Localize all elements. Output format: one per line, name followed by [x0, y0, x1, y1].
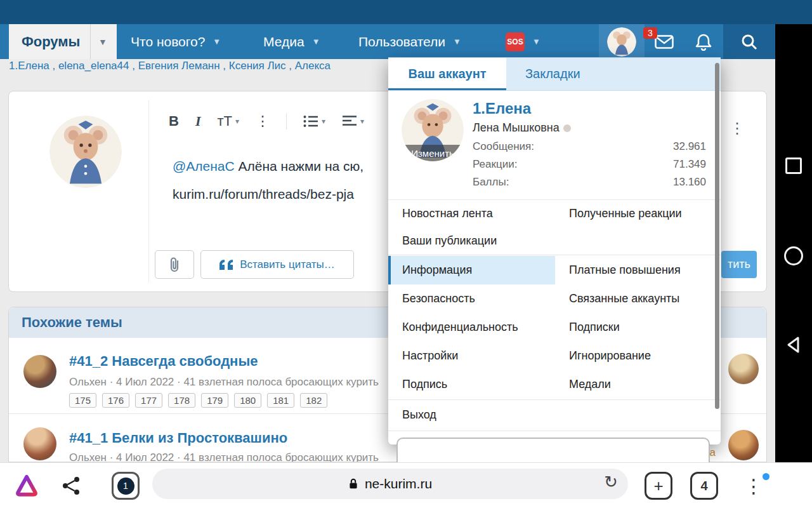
avatar[interactable]: [49, 116, 122, 188]
user-mention[interactable]: @АленаС: [173, 159, 235, 173]
browser-toolbar: 1 ne-kurim.ru ↻ + 4 ⋮: [0, 462, 812, 508]
menu-item-news-feed[interactable]: Новостная лента: [388, 199, 555, 228]
menu-item-privacy[interactable]: Конфиденциальность: [388, 313, 555, 342]
list-button[interactable]: ▾: [303, 115, 325, 128]
bold-button[interactable]: B: [169, 113, 179, 130]
search-button[interactable]: [723, 24, 775, 59]
menu-item-information[interactable]: Информация: [388, 256, 555, 284]
tab-bookmarks[interactable]: Закладки: [506, 58, 599, 90]
stat-value: 71.349: [673, 158, 706, 171]
chevron-down-icon: ▾: [360, 117, 364, 126]
menu-item-signature[interactable]: Подпись: [388, 370, 555, 399]
thread-title[interactable]: #41_1 Белки из Простоквашино: [69, 430, 287, 446]
stat-label: Баллы:: [473, 176, 509, 189]
nav-item-media[interactable]: Медиа ▼: [263, 24, 320, 59]
online-users-list[interactable]: 1.Елена , elena_elena44 , Евгения Леманн…: [9, 60, 331, 72]
align-button[interactable]: ▾: [342, 115, 364, 128]
menu-row: Новостная лента Полученные реакции: [388, 199, 721, 228]
nav-tab-forums[interactable]: Форумы ▼: [9, 24, 117, 59]
editor-line-2: kurim.ru/forum/threads/bez-pja: [173, 180, 363, 208]
thread-meta: Ольхен · 4 Июл 2022 · 41 взлетная полоса…: [69, 376, 379, 389]
tab-your-account[interactable]: Ваш аккаунт: [388, 58, 506, 90]
home-button[interactable]: [784, 246, 803, 265]
menu-item-preferences[interactable]: Настройки: [388, 342, 555, 370]
page-link[interactable]: 177: [135, 393, 162, 408]
menu-item-following[interactable]: Подписки: [555, 313, 721, 342]
browser-home-button[interactable]: [14, 473, 39, 501]
avatar[interactable]: [728, 430, 759, 460]
account-menu-button[interactable]: [599, 24, 645, 59]
nav-item-sos[interactable]: SOS ▼: [506, 24, 540, 59]
nav-tab-forums-label: Форумы: [9, 34, 90, 50]
envelope-icon: [655, 35, 674, 49]
chevron-down-icon: ▾: [322, 117, 325, 126]
nav-item-label: Медиа: [263, 34, 304, 50]
scrollbar-thumb[interactable]: [715, 63, 719, 409]
menu-item-received-reactions[interactable]: Полученные реакции: [555, 199, 721, 228]
share-button[interactable]: [61, 476, 81, 498]
nav-item-label: Пользователи: [358, 34, 445, 50]
back-triangle-icon: [784, 335, 803, 354]
page-link[interactable]: 176: [102, 393, 129, 408]
dashboard-tab-button[interactable]: 1: [112, 472, 140, 500]
new-tab-button[interactable]: +: [645, 472, 672, 500]
nav-item-users[interactable]: Пользователи ▼: [358, 24, 461, 59]
chevron-down-icon: ▼: [312, 37, 320, 46]
stat-row: Баллы: 13.160: [473, 176, 706, 189]
account-username[interactable]: 1.Елена: [473, 100, 531, 117]
editor-more-button[interactable]: ⋮: [730, 119, 745, 137]
menu-row: Выход: [388, 401, 721, 429]
font-size-button[interactable]: тT ▾: [217, 113, 239, 130]
page-link[interactable]: 175: [69, 393, 96, 408]
italic-button[interactable]: I: [195, 113, 201, 130]
avatar[interactable]: [728, 354, 759, 384]
insert-quotes-button[interactable]: Вставить цитаты…: [200, 250, 354, 279]
share-icon: [61, 476, 81, 496]
reload-button[interactable]: ↻: [604, 472, 618, 492]
paperclip-icon: [167, 257, 182, 273]
page-link[interactable]: 179: [201, 393, 228, 408]
mouse-emoji-icon: [563, 124, 571, 132]
align-icon: [342, 115, 357, 128]
menu-item-account-upgrades[interactable]: Платные повышения: [555, 256, 721, 284]
menu-item-medals[interactable]: Медали: [555, 370, 721, 399]
editor-toolbar: B I тT ▾ ⋮ ▾: [169, 113, 364, 130]
menu-item-connected-accounts[interactable]: Связанные аккаунты: [555, 284, 721, 313]
address-bar[interactable]: ne-kurim.ru ↻: [152, 469, 628, 499]
page-link[interactable]: 178: [168, 393, 195, 408]
chevron-down-icon[interactable]: ▼: [90, 24, 114, 59]
thread-title[interactable]: #41_2 Навсегда свободные: [69, 353, 258, 370]
avatar-edit-button[interactable]: Изменить: [402, 99, 464, 161]
back-button[interactable]: [784, 335, 803, 357]
nav-item-whats-new[interactable]: Что нового? ▼: [131, 24, 221, 59]
chevron-down-icon: ▾: [235, 117, 239, 126]
mouse-avatar-image: [49, 116, 122, 188]
alerts-button[interactable]: [684, 24, 723, 59]
submit-reply-button[interactable]: тить: [721, 251, 757, 278]
stat-value: 32.961: [673, 140, 706, 153]
editor-text-area[interactable]: @АленаС Алёна нажми на сю, kurim.ru/foru…: [173, 152, 363, 208]
page-link[interactable]: 182: [300, 393, 327, 408]
menu-item-logout[interactable]: Выход: [388, 401, 555, 429]
more-formatting-button[interactable]: ⋮: [256, 113, 270, 130]
avatar-edit-overlay: Изменить: [402, 145, 464, 161]
chevron-down-icon: ▼: [213, 37, 221, 46]
avatar[interactable]: [23, 355, 56, 388]
avatar[interactable]: [23, 427, 56, 460]
menu-item-ignoring[interactable]: Игнорирование: [555, 342, 721, 370]
page-link[interactable]: 180: [234, 393, 261, 408]
avatar: [607, 27, 636, 57]
divider: [388, 255, 721, 255]
tab-count-button[interactable]: 4: [690, 472, 718, 500]
divider: [388, 431, 721, 431]
font-size-glyph: тT: [217, 113, 232, 130]
menu-item-your-content[interactable]: Ваши публикации: [388, 227, 555, 255]
stat-label: Сообщения:: [473, 140, 534, 153]
page-link[interactable]: 181: [267, 393, 294, 408]
attach-file-button[interactable]: [155, 250, 194, 279]
stat-row: Сообщения: 32.961: [473, 140, 706, 153]
account-dropdown-menu: Ваш аккаунт Закладки Изменить 1.Елена Ле…: [388, 57, 721, 444]
recent-apps-button[interactable]: [785, 157, 802, 174]
menu-item-security[interactable]: Безопасность: [388, 284, 555, 313]
nav-item-label: Что нового?: [131, 34, 205, 50]
